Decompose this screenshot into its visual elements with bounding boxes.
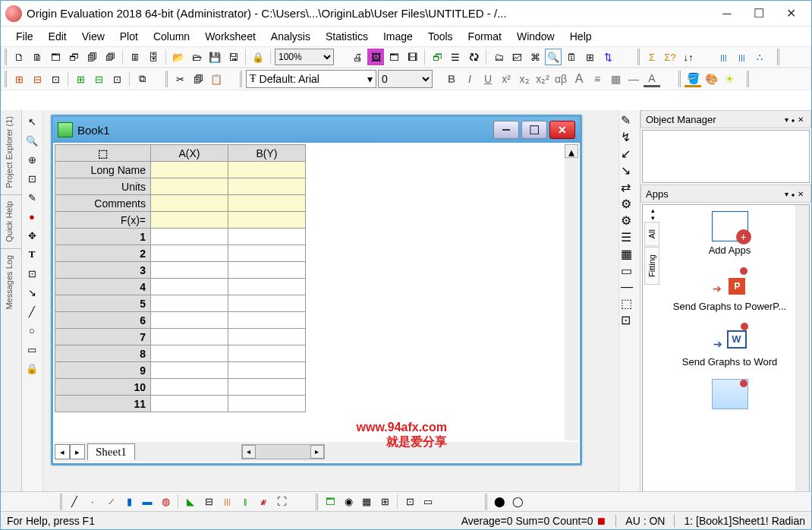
rect-tool[interactable]: ▭ xyxy=(24,341,40,358)
light-button[interactable]: ☀ xyxy=(721,71,738,87)
row-number[interactable]: 1 xyxy=(55,229,151,245)
menu-worksheet[interactable]: Worksheet xyxy=(197,27,263,46)
subsup-button[interactable]: x₂² xyxy=(534,71,551,87)
new-matrix-icon[interactable]: 🗐 xyxy=(83,49,100,65)
rt-5[interactable]: ⇄ xyxy=(621,180,638,194)
data-cell[interactable] xyxy=(151,279,228,295)
align-button[interactable]: ≡ xyxy=(589,71,606,87)
rt-3[interactable]: ↙ xyxy=(621,147,638,161)
wks-icon-2[interactable]: ⊟ xyxy=(29,71,46,87)
apps-tab-all[interactable]: All xyxy=(644,222,659,246)
new-workbook-icon[interactable]: 🗎 xyxy=(29,49,46,65)
rt-9[interactable]: ▦ xyxy=(621,247,638,261)
close-button[interactable]: ✕ xyxy=(775,2,807,25)
scatter-chart-icon[interactable]: ∴ xyxy=(751,49,768,65)
pointer-tool[interactable]: ↖ xyxy=(24,113,40,130)
lock-tool[interactable]: 🔒 xyxy=(24,360,40,377)
meta-cell[interactable] xyxy=(228,178,306,195)
film-icon[interactable]: 🎞 xyxy=(404,49,420,65)
mask-on-icon[interactable]: ⬤ xyxy=(491,494,508,510)
data-cell[interactable] xyxy=(228,229,306,245)
menu-format[interactable]: Format xyxy=(461,27,509,46)
sheet-tab-1[interactable]: Sheet1 xyxy=(87,443,135,460)
command-icon[interactable]: ⌘ xyxy=(527,49,543,65)
mdi-maximize-button[interactable]: ☐ xyxy=(521,121,547,139)
worksheet-grid[interactable]: ⬚A(X)B(Y)Long NameUnitsCommentsF(x)=1234… xyxy=(55,144,578,440)
line-plot-icon[interactable]: ╱ xyxy=(66,494,83,510)
apps-header[interactable]: Apps ▾ ⬥ ✕ xyxy=(640,185,811,203)
line-button[interactable]: — xyxy=(625,71,642,87)
open-icon[interactable]: 📂 xyxy=(170,49,187,65)
data-cell[interactable] xyxy=(151,329,228,345)
cut-icon[interactable]: ✂ xyxy=(172,71,188,87)
save-icon[interactable]: 💾 xyxy=(206,49,223,65)
scatter-plot-icon[interactable]: · xyxy=(84,494,101,510)
rt-11[interactable]: — xyxy=(621,280,638,294)
draw-tool[interactable]: ✎ xyxy=(24,189,40,206)
data-cell[interactable] xyxy=(228,245,306,262)
mdi-close-button[interactable]: ✕ xyxy=(549,121,575,139)
stack-plot-icon[interactable]: ⫿ xyxy=(237,494,253,510)
rt-1[interactable]: ✎ xyxy=(621,113,638,128)
corner-cell[interactable]: ⬚ xyxy=(55,145,151,162)
data-cell[interactable] xyxy=(151,229,228,245)
col-header-b[interactable]: B(Y) xyxy=(228,145,306,162)
superscript-button[interactable]: x² xyxy=(498,71,515,87)
meta-cell[interactable] xyxy=(151,178,228,195)
object-manager-body[interactable] xyxy=(642,130,810,183)
font-size-select[interactable]: 0 xyxy=(378,70,433,88)
menu-edit[interactable]: Edit xyxy=(41,27,74,46)
column-plot-icon[interactable]: ▮ xyxy=(121,494,137,510)
apps-tab-fitting[interactable]: Fitting xyxy=(644,247,659,285)
rt-2[interactable]: ↯ xyxy=(621,130,638,144)
meta-cell[interactable] xyxy=(151,195,228,212)
meta-cell[interactable] xyxy=(228,162,306,178)
copy-icon[interactable]: 🗐 xyxy=(190,71,206,87)
object-manager-header[interactable]: Object Manager ▾ ⬥ ✕ xyxy=(640,110,811,128)
row-header[interactable]: Units xyxy=(55,178,151,195)
app-more[interactable] xyxy=(712,379,748,412)
data-cell[interactable] xyxy=(228,279,306,295)
err-plot-icon[interactable]: ⸙ xyxy=(255,494,272,510)
menu-image[interactable]: Image xyxy=(376,27,420,46)
new-notes-icon[interactable]: 🗏 xyxy=(127,49,143,65)
transfer-icon[interactable]: ⇅ xyxy=(600,49,616,65)
box-plot-icon[interactable]: ⊟ xyxy=(200,494,217,510)
contour-plot-icon[interactable]: ◉ xyxy=(340,494,357,510)
greek-button[interactable]: αβ xyxy=(552,71,569,87)
subscript-button[interactable]: x₂ xyxy=(516,71,533,87)
sort-icon[interactable]: ↓↑ xyxy=(680,49,697,65)
palette-button[interactable]: 🎨 xyxy=(703,71,719,87)
app-add-apps[interactable]: + Add Apps xyxy=(709,211,751,257)
font-color-button[interactable]: A xyxy=(644,71,660,87)
row-number[interactable]: 9 xyxy=(55,362,151,379)
row-header[interactable]: Comments xyxy=(55,195,151,212)
row-number[interactable]: 6 xyxy=(55,312,151,329)
annotate-tool[interactable]: ⊡ xyxy=(24,265,40,282)
mask-off-icon[interactable]: ◯ xyxy=(509,494,526,510)
open-template-icon[interactable]: 🗁 xyxy=(188,49,205,65)
sheet-nav-prev[interactable]: ▸ xyxy=(70,444,85,459)
shape-tool[interactable]: ○ xyxy=(24,322,40,339)
row-number[interactable]: 11 xyxy=(55,396,151,412)
stats-icon[interactable]: Σ? xyxy=(662,49,678,65)
template-plot-icon[interactable]: 🗔 xyxy=(322,494,338,510)
app-send-ppt[interactable]: ➔P Send Graphs to PowerP... xyxy=(673,267,786,313)
lock-icon[interactable]: 🔒 xyxy=(250,49,266,65)
extract-icon[interactable]: ⊡ xyxy=(401,494,418,510)
sigma-icon[interactable]: Σ xyxy=(644,49,660,65)
data-cell[interactable] xyxy=(228,262,306,279)
data-cell[interactable] xyxy=(151,396,228,412)
data-cell[interactable] xyxy=(228,362,306,379)
sheet-nav-first[interactable]: ◂ xyxy=(55,444,70,459)
menu-help[interactable]: Help xyxy=(562,27,600,46)
data-cell[interactable] xyxy=(151,312,228,329)
row-header[interactable]: F(x)= xyxy=(55,212,151,229)
row-number[interactable]: 3 xyxy=(55,262,151,279)
fill-color-button[interactable]: 🪣 xyxy=(685,71,701,87)
bar2-chart-icon[interactable]: ⫼ xyxy=(733,49,750,65)
rt-7[interactable]: ⚙ xyxy=(621,213,638,228)
data-cell[interactable] xyxy=(151,345,228,362)
rt-6[interactable]: ⚙ xyxy=(621,197,638,211)
menu-file[interactable]: File xyxy=(8,27,41,46)
